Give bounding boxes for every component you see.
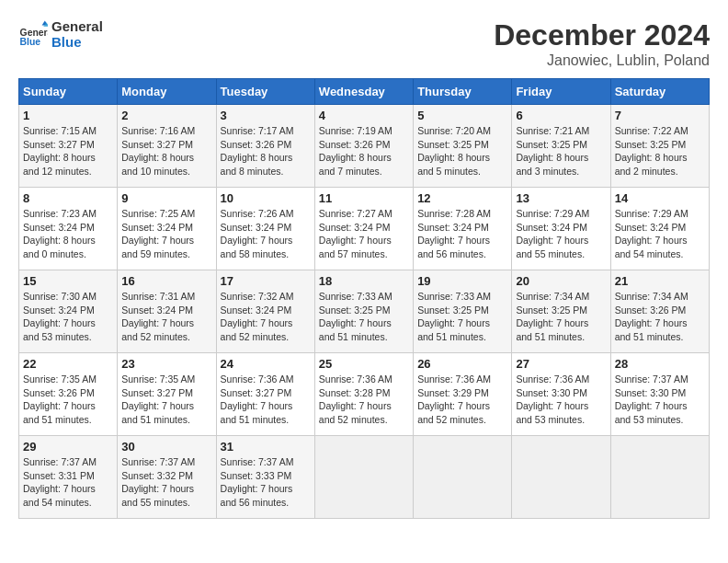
day-number: 14: [615, 191, 705, 205]
logo: General Blue General Blue: [18, 18, 103, 50]
day-cell: 13Sunrise: 7:29 AMSunset: 3:24 PMDayligh…: [512, 188, 610, 270]
week-row-5: 29Sunrise: 7:37 AMSunset: 3:31 PMDayligh…: [19, 436, 710, 519]
day-cell: 20Sunrise: 7:34 AMSunset: 3:25 PMDayligh…: [512, 270, 610, 353]
day-cell: [314, 436, 413, 519]
day-number: 7: [615, 109, 705, 122]
day-cell: 4Sunrise: 7:19 AMSunset: 3:26 PMDaylight…: [314, 105, 413, 188]
day-of-week-monday: Monday: [118, 79, 216, 105]
week-row-2: 8Sunrise: 7:23 AMSunset: 3:24 PMDaylight…: [19, 188, 710, 270]
day-cell: 9Sunrise: 7:25 AMSunset: 3:24 PMDaylight…: [118, 188, 216, 270]
day-info: Sunrise: 7:29 AMSunset: 3:24 PMDaylight:…: [516, 207, 606, 261]
day-number: 23: [121, 357, 211, 371]
day-of-week-saturday: Saturday: [610, 79, 709, 105]
day-cell: 28Sunrise: 7:37 AMSunset: 3:30 PMDayligh…: [610, 353, 709, 436]
day-info: Sunrise: 7:37 AMSunset: 3:31 PMDaylight:…: [23, 455, 113, 510]
day-info: Sunrise: 7:31 AMSunset: 3:24 PMDaylight:…: [121, 290, 211, 344]
day-info: Sunrise: 7:23 AMSunset: 3:24 PMDaylight:…: [23, 207, 113, 261]
day-number: 4: [319, 109, 409, 122]
day-number: 8: [23, 191, 113, 205]
day-info: Sunrise: 7:17 AMSunset: 3:26 PMDaylight:…: [221, 124, 311, 178]
day-info: Sunrise: 7:27 AMSunset: 3:24 PMDaylight:…: [319, 207, 409, 261]
day-number: 27: [516, 357, 606, 371]
day-number: 22: [23, 357, 113, 371]
day-of-week-thursday: Thursday: [414, 79, 512, 105]
day-number: 28: [615, 357, 705, 371]
day-number: 16: [121, 274, 211, 288]
day-number: 9: [121, 191, 211, 205]
day-cell: 29Sunrise: 7:37 AMSunset: 3:31 PMDayligh…: [19, 436, 118, 519]
day-number: 11: [319, 191, 409, 205]
day-info: Sunrise: 7:36 AMSunset: 3:27 PMDaylight:…: [221, 373, 311, 427]
day-cell: 17Sunrise: 7:32 AMSunset: 3:24 PMDayligh…: [216, 270, 314, 353]
day-of-week-sunday: Sunday: [19, 79, 118, 105]
day-number: 6: [516, 109, 606, 122]
day-info: Sunrise: 7:25 AMSunset: 3:24 PMDaylight:…: [121, 207, 211, 261]
day-cell: 27Sunrise: 7:36 AMSunset: 3:30 PMDayligh…: [512, 353, 610, 436]
day-number: 25: [319, 357, 409, 371]
day-cell: 2Sunrise: 7:16 AMSunset: 3:27 PMDaylight…: [118, 105, 216, 188]
day-number: 26: [417, 357, 507, 371]
day-number: 20: [516, 274, 606, 288]
calendar-subtitle: Janowiec, Lublin, Poland: [494, 52, 710, 69]
svg-text:General: General: [20, 28, 48, 38]
day-info: Sunrise: 7:29 AMSunset: 3:24 PMDaylight:…: [615, 207, 705, 261]
day-cell: 15Sunrise: 7:30 AMSunset: 3:24 PMDayligh…: [19, 270, 118, 353]
calendar-table: SundayMondayTuesdayWednesdayThursdayFrid…: [18, 78, 710, 519]
day-cell: 31Sunrise: 7:37 AMSunset: 3:33 PMDayligh…: [216, 436, 314, 519]
day-cell: 25Sunrise: 7:36 AMSunset: 3:28 PMDayligh…: [314, 353, 413, 436]
day-info: Sunrise: 7:16 AMSunset: 3:27 PMDaylight:…: [121, 124, 211, 178]
day-number: 19: [417, 274, 507, 288]
day-cell: 18Sunrise: 7:33 AMSunset: 3:25 PMDayligh…: [314, 270, 413, 353]
logo-text-general: General: [51, 18, 103, 34]
day-number: 12: [417, 191, 507, 205]
page-header: General Blue General Blue December 2024 …: [18, 18, 710, 69]
day-cell: 22Sunrise: 7:35 AMSunset: 3:26 PMDayligh…: [19, 353, 118, 436]
day-number: 18: [319, 274, 409, 288]
day-cell: [414, 436, 512, 519]
day-number: 21: [615, 274, 705, 288]
day-info: Sunrise: 7:37 AMSunset: 3:33 PMDaylight:…: [221, 455, 311, 510]
day-number: 1: [23, 109, 113, 122]
day-cell: [610, 436, 709, 519]
day-number: 5: [417, 109, 507, 122]
day-cell: 1Sunrise: 7:15 AMSunset: 3:27 PMDaylight…: [19, 105, 118, 188]
day-cell: 3Sunrise: 7:17 AMSunset: 3:26 PMDaylight…: [216, 105, 314, 188]
day-cell: 6Sunrise: 7:21 AMSunset: 3:25 PMDaylight…: [512, 105, 610, 188]
day-number: 29: [23, 440, 113, 454]
day-info: Sunrise: 7:21 AMSunset: 3:25 PMDaylight:…: [516, 124, 606, 178]
day-cell: 7Sunrise: 7:22 AMSunset: 3:25 PMDaylight…: [610, 105, 709, 188]
day-cell: 14Sunrise: 7:29 AMSunset: 3:24 PMDayligh…: [610, 188, 709, 270]
day-info: Sunrise: 7:37 AMSunset: 3:32 PMDaylight:…: [121, 455, 211, 510]
day-number: 17: [221, 274, 311, 288]
day-info: Sunrise: 7:20 AMSunset: 3:25 PMDaylight:…: [417, 124, 507, 178]
day-cell: 26Sunrise: 7:36 AMSunset: 3:29 PMDayligh…: [414, 353, 512, 436]
day-number: 2: [121, 109, 211, 122]
day-info: Sunrise: 7:32 AMSunset: 3:24 PMDaylight:…: [221, 290, 311, 344]
day-cell: 19Sunrise: 7:33 AMSunset: 3:25 PMDayligh…: [414, 270, 512, 353]
logo-icon: General Blue: [18, 19, 48, 49]
week-row-4: 22Sunrise: 7:35 AMSunset: 3:26 PMDayligh…: [19, 353, 710, 436]
day-cell: 5Sunrise: 7:20 AMSunset: 3:25 PMDaylight…: [414, 105, 512, 188]
day-info: Sunrise: 7:28 AMSunset: 3:24 PMDaylight:…: [417, 207, 507, 261]
day-of-week-wednesday: Wednesday: [314, 79, 413, 105]
day-number: 30: [121, 440, 211, 454]
day-cell: 10Sunrise: 7:26 AMSunset: 3:24 PMDayligh…: [216, 188, 314, 270]
day-number: 31: [221, 440, 311, 454]
day-info: Sunrise: 7:33 AMSunset: 3:25 PMDaylight:…: [417, 290, 507, 344]
day-number: 15: [23, 274, 113, 288]
day-info: Sunrise: 7:26 AMSunset: 3:24 PMDaylight:…: [221, 207, 311, 261]
day-cell: 30Sunrise: 7:37 AMSunset: 3:32 PMDayligh…: [118, 436, 216, 519]
day-cell: [512, 436, 610, 519]
day-info: Sunrise: 7:36 AMSunset: 3:28 PMDaylight:…: [319, 373, 409, 427]
day-number: 24: [221, 357, 311, 371]
day-info: Sunrise: 7:37 AMSunset: 3:30 PMDaylight:…: [615, 373, 705, 427]
day-info: Sunrise: 7:19 AMSunset: 3:26 PMDaylight:…: [319, 124, 409, 178]
day-info: Sunrise: 7:22 AMSunset: 3:25 PMDaylight:…: [615, 124, 705, 178]
day-info: Sunrise: 7:33 AMSunset: 3:25 PMDaylight:…: [319, 290, 409, 344]
calendar-title: December 2024: [494, 18, 710, 52]
day-info: Sunrise: 7:36 AMSunset: 3:30 PMDaylight:…: [516, 373, 606, 427]
day-info: Sunrise: 7:15 AMSunset: 3:27 PMDaylight:…: [23, 124, 113, 178]
day-cell: 16Sunrise: 7:31 AMSunset: 3:24 PMDayligh…: [118, 270, 216, 353]
calendar-body: 1Sunrise: 7:15 AMSunset: 3:27 PMDaylight…: [19, 105, 710, 519]
day-number: 3: [221, 109, 311, 122]
